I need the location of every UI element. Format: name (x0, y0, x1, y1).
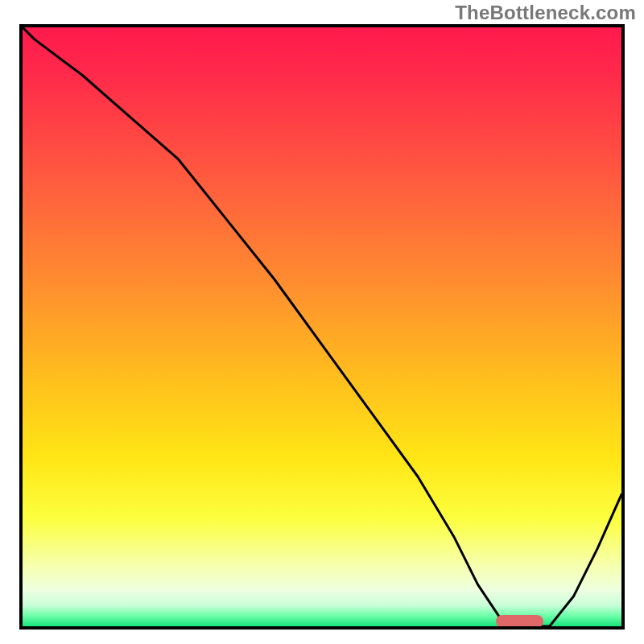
bottleneck-curve (23, 27, 621, 626)
plot-frame (19, 24, 625, 630)
watermark-text: TheBottleneck.com (455, 2, 636, 24)
chart-container: TheBottleneck.com (0, 0, 644, 644)
optimum-marker (496, 615, 544, 628)
